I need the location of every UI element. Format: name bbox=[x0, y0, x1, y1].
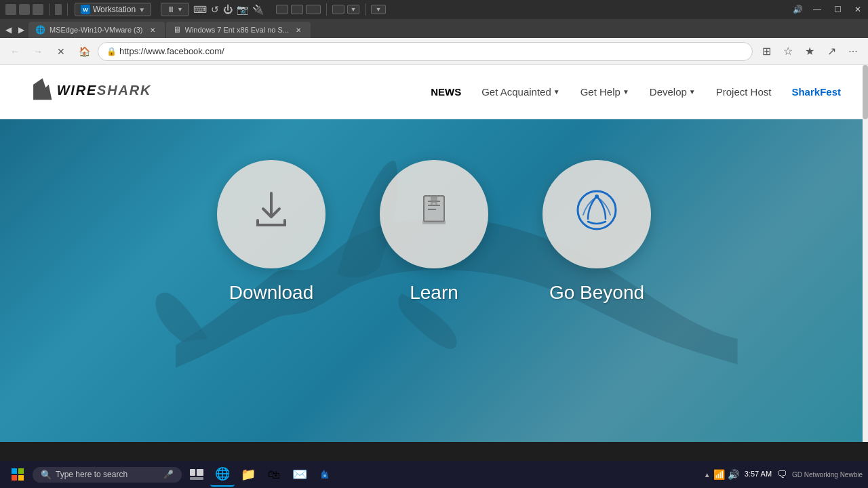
download-icon bbox=[251, 190, 292, 239]
forward-button[interactable]: → bbox=[28, 42, 47, 61]
toolbar-sep bbox=[326, 3, 327, 16]
vm-icon-1 bbox=[5, 4, 16, 15]
display-settings[interactable]: ▼ bbox=[371, 5, 386, 14]
download-label: Download bbox=[217, 282, 326, 304]
taskbar-search[interactable]: 🔍 Type here to search 🎤 bbox=[33, 467, 182, 483]
send-ctrl-alt-del-button[interactable]: ⌨ bbox=[193, 4, 207, 15]
snapshot-button[interactable]: 📷 bbox=[237, 4, 248, 15]
go-beyond-label: Go Beyond bbox=[542, 282, 651, 304]
hero-circles bbox=[217, 160, 651, 268]
volume-icon[interactable]: 🔊 bbox=[728, 469, 739, 480]
task-view-button[interactable] bbox=[184, 462, 209, 487]
vm-maximize-button[interactable]: ☐ bbox=[827, 0, 848, 19]
usb-button[interactable]: 🔌 bbox=[252, 4, 264, 15]
nav-news[interactable]: NEWS bbox=[431, 86, 461, 98]
edge-taskbar-button[interactable]: 🌐 bbox=[210, 462, 235, 487]
settings-icon[interactable]: ··· bbox=[844, 42, 863, 61]
vm-window-controls: 🔊 — ☐ ✕ bbox=[788, 0, 868, 19]
edge-icon: 🌐 bbox=[215, 466, 230, 481]
tabs-next-icon[interactable]: ▶ bbox=[16, 22, 27, 38]
page-scrollbar[interactable] bbox=[863, 65, 868, 442]
favorites-icon[interactable]: ☆ bbox=[778, 42, 797, 61]
home-button[interactable]: 🏠 bbox=[75, 42, 94, 61]
nav-develop-chevron: ▼ bbox=[689, 88, 696, 96]
tab-msedge[interactable]: 🌐 MSEdge-Win10-VMware (3) ✕ bbox=[28, 22, 165, 38]
search-icon: 🔍 bbox=[41, 470, 52, 480]
svg-rect-7 bbox=[422, 220, 446, 224]
nav-get-help[interactable]: Get Help ▼ bbox=[580, 86, 629, 98]
vm-titlebar: W Workstation ▼ ⏸ ▼ ⌨ ↺ ⏻ 📷 🔌 ▼ ▼ 🔊 — bbox=[0, 0, 868, 19]
window-mode-2[interactable] bbox=[291, 5, 303, 14]
taskbar-right-label: GD Networking Newbie bbox=[792, 471, 863, 479]
mail-taskbar-button[interactable]: ✉️ bbox=[288, 462, 312, 487]
tab-favicon-edge: 🌐 bbox=[35, 25, 45, 35]
hero-labels: Download Learn Go Beyond bbox=[217, 282, 651, 304]
network-icon[interactable]: 📶 bbox=[713, 469, 725, 480]
split-screen-icon[interactable]: ⊞ bbox=[757, 42, 776, 61]
wireshark-logo-area: WIRESHARK bbox=[27, 75, 151, 109]
explorer-taskbar-button[interactable]: 📁 bbox=[236, 462, 260, 487]
url-text: https://www.facebook.com/ bbox=[119, 46, 744, 56]
scrollbar-thumb[interactable] bbox=[863, 65, 868, 119]
share-icon[interactable]: ↗ bbox=[822, 42, 841, 61]
nav-project-host[interactable]: Project Host bbox=[716, 86, 772, 98]
browser-nav: ← → ✕ 🏠 🔒 https://www.facebook.com/ ⊞ ☆ … bbox=[0, 38, 868, 65]
speaker-icon[interactable]: 🔊 bbox=[788, 0, 807, 19]
explorer-icon: 📁 bbox=[241, 467, 256, 482]
wireshark-header: WIRESHARK NEWS Get Acquainted ▼ Get Help… bbox=[0, 65, 868, 119]
refresh-button[interactable]: ↺ bbox=[211, 4, 219, 15]
tab-favicon-win7: 🖥 bbox=[173, 25, 181, 35]
tabs-prev-icon[interactable]: ◀ bbox=[3, 22, 14, 38]
nav-get-acquainted-label: Get Acquainted bbox=[481, 86, 551, 98]
back-button[interactable]: ← bbox=[5, 42, 24, 61]
start-button[interactable] bbox=[5, 462, 30, 487]
notification-icon[interactable]: 🗨 bbox=[777, 469, 787, 480]
window-mode-1[interactable] bbox=[276, 5, 288, 14]
window-mode-4[interactable] bbox=[332, 5, 344, 14]
nav-develop[interactable]: Develop ▼ bbox=[650, 86, 696, 98]
microphone-icon[interactable]: 🎤 bbox=[163, 470, 174, 479]
toolbar-sep-2 bbox=[365, 3, 366, 16]
refresh-stop-button[interactable]: ✕ bbox=[52, 42, 71, 61]
svg-rect-1 bbox=[261, 224, 281, 226]
pause-button[interactable]: ⏸ ▼ bbox=[161, 3, 189, 16]
go-beyond-icon bbox=[573, 186, 620, 242]
taskbar-chevron-icon[interactable]: ▲ bbox=[704, 471, 711, 479]
taskbar: 🔍 Type here to search 🎤 🌐 📁 🛍 ✉️ bbox=[0, 461, 868, 488]
taskbar-apps: 🌐 📁 🛍 ✉️ bbox=[184, 462, 338, 487]
tab-windows7[interactable]: 🖥 Windows 7 Ent x86 Eval no S... ✕ bbox=[166, 22, 311, 38]
collections-icon[interactable]: ★ bbox=[800, 42, 819, 61]
pause-dropdown-icon[interactable]: ▼ bbox=[177, 6, 183, 13]
wireshark-hero: Download Learn Go Beyond bbox=[0, 119, 868, 442]
go-beyond-circle[interactable] bbox=[542, 160, 651, 268]
vm-minimize-button[interactable]: — bbox=[807, 0, 827, 19]
learn-label: Learn bbox=[380, 282, 488, 304]
download-circle[interactable] bbox=[217, 160, 326, 268]
wireshark-logo: WIRESHARK bbox=[27, 75, 151, 109]
tab-close-win7[interactable]: ✕ bbox=[293, 24, 304, 35]
wireshark-nav: NEWS Get Acquainted ▼ Get Help ▼ Develop… bbox=[431, 86, 841, 98]
nav-get-help-label: Get Help bbox=[580, 86, 620, 98]
window-mode-5[interactable]: ▼ bbox=[347, 5, 359, 14]
svg-rect-16 bbox=[190, 477, 203, 480]
vm-close-button[interactable]: ✕ bbox=[848, 0, 868, 19]
pause-icon: ⏸ bbox=[167, 5, 175, 14]
power-button[interactable]: ⏻ bbox=[223, 4, 233, 15]
taskbar-time[interactable]: 3:57 AM bbox=[745, 469, 772, 479]
window-mode-3[interactable] bbox=[306, 5, 321, 14]
nav-get-acquainted-chevron: ▼ bbox=[553, 88, 560, 96]
tab-close-edge[interactable]: ✕ bbox=[147, 24, 158, 35]
workstation-logo: W bbox=[81, 5, 90, 14]
taskbar-right: ▲ 📶 🔊 3:57 AM 🗨 GD Networking Newbie bbox=[704, 469, 863, 480]
workstation-button[interactable]: W Workstation ▼ bbox=[75, 3, 151, 16]
wireshark-taskbar-button[interactable] bbox=[313, 462, 338, 487]
nav-sharkfest[interactable]: SharkFest bbox=[791, 86, 841, 98]
vm-icon-2 bbox=[19, 4, 30, 15]
store-taskbar-button[interactable]: 🛍 bbox=[262, 462, 286, 487]
address-bar[interactable]: 🔒 https://www.facebook.com/ bbox=[98, 42, 753, 61]
learn-circle[interactable] bbox=[380, 160, 488, 268]
nav-get-acquainted[interactable]: Get Acquainted ▼ bbox=[481, 86, 559, 98]
tab-title-win7: Windows 7 Ent x86 Eval no S... bbox=[185, 26, 289, 34]
workstation-dropdown-icon[interactable]: ▼ bbox=[138, 6, 145, 14]
nav-get-help-chevron: ▼ bbox=[623, 88, 629, 96]
